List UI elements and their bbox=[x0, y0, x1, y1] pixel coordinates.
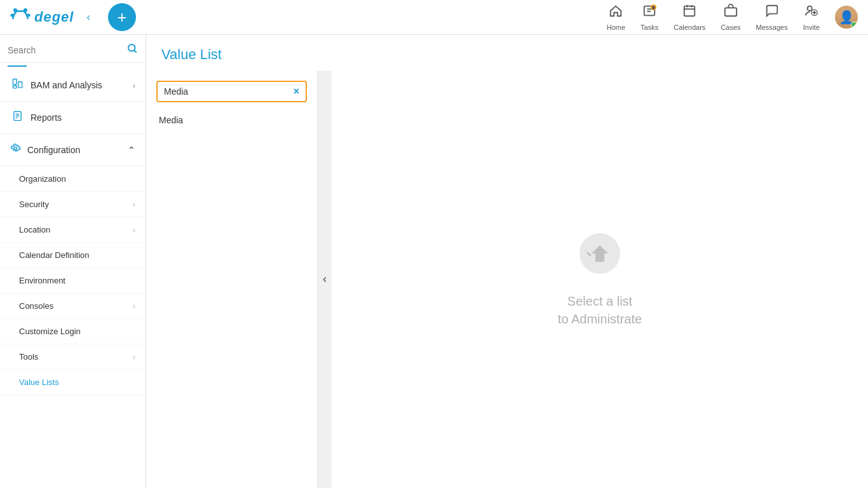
sidebar-item-bam[interactable]: BAM and Analysis › bbox=[0, 69, 146, 102]
sidebar-sub-item-value-lists[interactable]: Value Lists bbox=[0, 370, 146, 395]
chevron-right-icon: › bbox=[133, 302, 135, 311]
svg-rect-22 bbox=[13, 86, 17, 88]
nav-label-home: Home bbox=[607, 24, 625, 31]
svg-line-19 bbox=[134, 50, 137, 53]
svg-rect-21 bbox=[18, 82, 22, 88]
clear-search-button[interactable]: × bbox=[294, 86, 299, 97]
chevron-down-icon: › bbox=[133, 81, 135, 90]
logo: degel bbox=[10, 6, 74, 28]
sidebar-sub-item-security[interactable]: Security › bbox=[0, 192, 146, 217]
sidebar-sub-item-tools[interactable]: Tools › bbox=[0, 344, 146, 370]
empty-state-line1: Select a list bbox=[558, 292, 642, 310]
top-header: degel ‹ + Home 9 Tasks bbox=[0, 0, 868, 35]
sidebar-sub-item-consoles[interactable]: Consoles › bbox=[0, 294, 146, 319]
nav-item-calendars[interactable]: Calendars bbox=[674, 4, 705, 31]
logo-text: degel bbox=[34, 9, 74, 25]
tasks-icon: 9 bbox=[642, 4, 656, 22]
cases-icon bbox=[724, 4, 738, 22]
sidebar-label-bam: BAM and Analysis bbox=[31, 80, 102, 90]
chevron-right-icon: › bbox=[133, 200, 135, 209]
chevron-right-icon: › bbox=[133, 226, 135, 234]
nav-item-invite[interactable]: Invite bbox=[803, 4, 820, 31]
content-area: Value List × Media bbox=[146, 35, 868, 488]
nav-label-tasks: Tasks bbox=[641, 24, 658, 31]
nav-label-invite: Invite bbox=[803, 24, 820, 31]
sub-item-label-location: Location bbox=[19, 225, 50, 234]
logo-icon bbox=[10, 6, 31, 28]
empty-state-line2: to Administrate bbox=[558, 310, 642, 328]
nav-label-calendars: Calendars bbox=[674, 24, 705, 31]
nav-item-cases[interactable]: Cases bbox=[721, 4, 740, 31]
reports-icon bbox=[10, 111, 24, 125]
nav-item-home[interactable]: Home bbox=[607, 4, 625, 31]
nav-label-messages: Messages bbox=[756, 24, 788, 31]
sidebar-label-reports: Reports bbox=[31, 112, 62, 123]
sub-item-label-security: Security bbox=[19, 200, 49, 209]
sub-item-label-value-lists: Value Lists bbox=[19, 377, 59, 387]
online-indicator bbox=[851, 22, 857, 28]
add-button[interactable]: + bbox=[108, 3, 136, 31]
header-nav: Home 9 Tasks bbox=[607, 4, 858, 31]
nav-item-tasks[interactable]: 9 Tasks bbox=[641, 4, 658, 31]
chevron-right-icon: › bbox=[133, 353, 135, 362]
sidebar-item-reports[interactable]: Reports bbox=[0, 102, 146, 134]
sidebar-item-configuration[interactable]: Configuration ⌃ bbox=[0, 134, 146, 166]
svg-rect-9 bbox=[684, 6, 695, 16]
empty-state-icon bbox=[578, 231, 622, 285]
chevron-up-icon: ⌃ bbox=[128, 145, 135, 155]
right-panel: Select a list to Administrate bbox=[332, 71, 868, 488]
header-left: degel ‹ + bbox=[10, 3, 136, 31]
value-list-search-input[interactable] bbox=[164, 86, 294, 97]
main-layout: BAM and Analysis › Reports bbox=[0, 35, 868, 488]
sidebar-divider bbox=[8, 65, 27, 67]
messages-icon bbox=[765, 4, 779, 22]
calendars-icon bbox=[682, 4, 696, 22]
sidebar-sub-item-location[interactable]: Location › bbox=[0, 217, 146, 243]
sidebar-sub-item-customize-login[interactable]: Customize Login bbox=[0, 319, 146, 344]
svg-point-0 bbox=[13, 8, 17, 12]
sidebar-label-configuration: Configuration bbox=[27, 145, 80, 155]
sidebar-search-container bbox=[0, 35, 146, 63]
sub-item-label-tools: Tools bbox=[19, 352, 38, 362]
svg-text:9: 9 bbox=[653, 6, 654, 10]
home-icon bbox=[609, 4, 623, 22]
sidebar-collapse-button[interactable]: ‹ bbox=[86, 11, 90, 23]
sidebar-sub-item-calendar-definition[interactable]: Calendar Definition bbox=[0, 243, 146, 268]
sub-item-label-organization: Organization bbox=[19, 174, 66, 184]
nav-item-messages[interactable]: Messages bbox=[756, 4, 788, 31]
sub-item-label-consoles: Consoles bbox=[19, 301, 53, 311]
search-input[interactable] bbox=[8, 45, 126, 55]
list-item[interactable]: Media bbox=[156, 110, 307, 130]
invite-icon bbox=[804, 4, 818, 22]
svg-rect-13 bbox=[725, 8, 736, 16]
panel-collapse-button[interactable] bbox=[318, 71, 332, 488]
value-list-panel: × Media bbox=[146, 71, 318, 488]
sub-item-label-environment: Environment bbox=[19, 276, 65, 285]
search-icon[interactable] bbox=[126, 43, 138, 57]
avatar[interactable]: 👤 bbox=[835, 6, 858, 29]
svg-point-2 bbox=[11, 14, 14, 17]
sidebar-sub-item-environment[interactable]: Environment bbox=[0, 268, 146, 294]
configuration-icon bbox=[10, 143, 21, 157]
content-body: × Media Sele bbox=[146, 71, 868, 488]
page-title: Value List bbox=[146, 35, 868, 71]
empty-state-text: Select a list to Administrate bbox=[558, 292, 642, 328]
svg-point-14 bbox=[807, 6, 811, 10]
bam-icon bbox=[10, 78, 24, 92]
sidebar-sub-item-organization[interactable]: Organization bbox=[0, 166, 146, 192]
value-list-search-container: × bbox=[156, 81, 307, 102]
sub-item-label-calendar-definition: Calendar Definition bbox=[19, 250, 90, 260]
svg-rect-20 bbox=[13, 79, 17, 85]
sub-item-label-customize-login: Customize Login bbox=[19, 327, 81, 336]
svg-point-27 bbox=[14, 147, 17, 149]
svg-point-3 bbox=[27, 14, 31, 17]
nav-label-cases: Cases bbox=[721, 24, 740, 31]
svg-point-1 bbox=[24, 8, 27, 12]
sidebar: BAM and Analysis › Reports bbox=[0, 35, 146, 488]
